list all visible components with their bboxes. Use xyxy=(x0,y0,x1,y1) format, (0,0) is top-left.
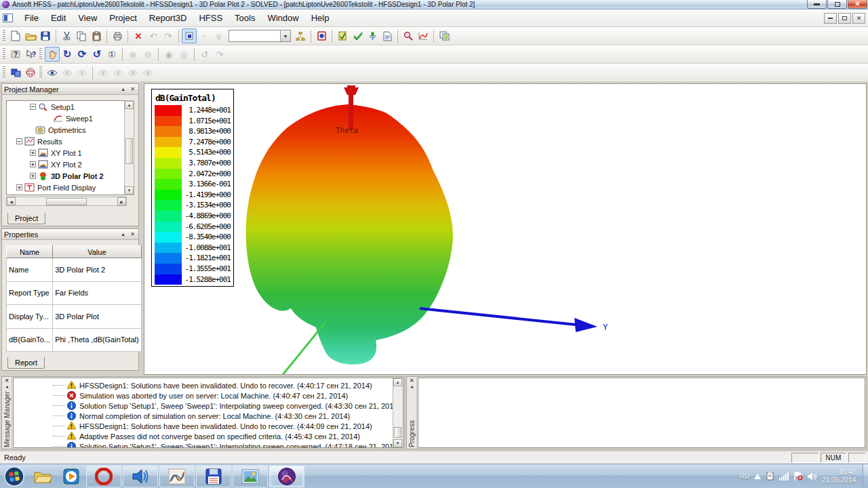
copy-button[interactable] xyxy=(74,28,89,43)
undo-button[interactable]: ↶ xyxy=(146,28,161,43)
show-desktop-button[interactable] xyxy=(863,464,868,488)
select-object-button[interactable] xyxy=(182,28,197,43)
property-row[interactable]: Name3D Polar Plot 2 xyxy=(7,258,142,282)
taskbar-paint-app[interactable] xyxy=(159,466,195,487)
solution-type-button[interactable] xyxy=(314,28,329,43)
panel-close-icon[interactable]: ✕ xyxy=(129,85,136,93)
tree-item-sweep1[interactable]: Sweep1 xyxy=(7,113,126,124)
show-active-button[interactable] xyxy=(125,65,140,80)
dynamic-zoom-button[interactable]: ① xyxy=(104,47,119,62)
taskbar-opera[interactable] xyxy=(86,466,121,487)
boolean-tool-button[interactable] xyxy=(8,65,23,80)
property-value[interactable]: Phi ,Theta ,dB(GainTotal) xyxy=(53,328,142,352)
taskbar-volume-app[interactable] xyxy=(123,466,158,487)
child-minimize-button[interactable] xyxy=(824,13,837,24)
property-row[interactable]: Report TypeFar Fields xyxy=(7,281,142,305)
column-header-value[interactable]: Value xyxy=(53,246,142,258)
tree-vertical-scrollbar[interactable]: ▲ ▼ xyxy=(124,100,134,195)
taskbar-media-player[interactable] xyxy=(58,466,85,487)
tree-expander-icon[interactable]: − xyxy=(16,138,22,144)
view-redo-button[interactable]: ↷ xyxy=(212,47,227,62)
redo-button[interactable]: ↷ xyxy=(161,28,176,43)
close-button[interactable]: ✕ xyxy=(848,0,867,9)
fit-all-button[interactable]: ◉ xyxy=(161,47,176,62)
rotate-axis-button[interactable]: ⟳ xyxy=(75,47,90,62)
project-tree[interactable]: −Setup1Sweep1Optimetrics−Results+XY Plot… xyxy=(6,100,127,195)
menu-item-file[interactable]: File xyxy=(18,11,45,25)
menu-item-edit[interactable]: Edit xyxy=(45,11,72,25)
property-row[interactable]: Display Ty...3D Polar Plot xyxy=(7,305,142,329)
tree-expander-icon[interactable]: + xyxy=(16,184,22,190)
context-help-button[interactable]: ? xyxy=(23,47,38,62)
toolbar-handle[interactable] xyxy=(3,48,5,60)
tree-item-xy-plot-1[interactable]: +XY Plot 1 xyxy=(7,147,126,159)
print-button[interactable] xyxy=(110,28,125,43)
minimize-button[interactable] xyxy=(807,0,827,9)
taskbar-start[interactable] xyxy=(1,466,28,487)
tree-horizontal-scrollbar[interactable]: ◀ ▶ xyxy=(6,197,127,206)
zoom-out-rect-button[interactable]: ⊖ xyxy=(140,47,155,62)
panel-close-icon[interactable]: ✕ xyxy=(410,378,414,384)
tree-expander-icon[interactable]: + xyxy=(30,150,36,156)
taskbar-hfss[interactable] xyxy=(269,466,304,487)
tree-item-partial[interactable] xyxy=(7,193,126,195)
save-button[interactable] xyxy=(38,28,53,43)
show-model-tree-button[interactable] xyxy=(293,28,308,43)
tree-item-setup1[interactable]: −Setup1 xyxy=(7,101,126,113)
tab-project[interactable]: Project xyxy=(7,213,45,224)
action-center-flag-icon[interactable] xyxy=(793,472,803,481)
solution-data-button[interactable] xyxy=(380,28,395,43)
hpc-options-button[interactable] xyxy=(365,28,380,43)
language-indicator[interactable]: RU xyxy=(739,472,749,480)
paste-button[interactable] xyxy=(89,28,104,43)
column-header-name[interactable]: Name xyxy=(7,246,53,258)
hide-active-button[interactable] xyxy=(140,65,155,80)
panel-collapse-icon[interactable]: ▴ xyxy=(119,85,127,93)
show-all-button[interactable] xyxy=(96,65,111,80)
network-signal-icon[interactable] xyxy=(779,472,789,481)
message-row[interactable]: HFSSDesign1: Solutions have been invalid… xyxy=(14,380,403,390)
child-window-icon[interactable] xyxy=(3,14,13,22)
tree-item-optimetrics[interactable]: Optimetrics xyxy=(7,124,126,136)
open-button[interactable] xyxy=(23,28,38,43)
taskbar-image-viewer[interactable] xyxy=(233,466,268,487)
new-button[interactable] xyxy=(8,28,23,43)
menu-item-view[interactable]: View xyxy=(72,11,103,25)
message-row[interactable]: Solution Setup 'Setup1', Sweep 'Sweep1':… xyxy=(14,441,403,448)
zoom-in-rect-button[interactable]: ⊕ xyxy=(125,47,140,62)
property-row[interactable]: dB(GainTo...Phi ,Theta ,dB(GainTotal) xyxy=(7,328,142,352)
select-multi-button[interactable]: ψ xyxy=(212,28,226,43)
rotate-model-button[interactable]: ↻ xyxy=(60,47,75,62)
child-restore-button[interactable] xyxy=(838,13,851,24)
menu-item-report3d[interactable]: Report3D xyxy=(143,11,193,25)
cut-button[interactable] xyxy=(59,28,74,43)
help-topics-button[interactable]: ? xyxy=(8,47,23,62)
panel-pin-icon[interactable]: ◂ xyxy=(5,384,8,390)
clock[interactable]: 16:48 21.09.2014 xyxy=(822,468,860,485)
message-row[interactable]: Simulation was aborted by user on server… xyxy=(14,390,403,401)
plot-area[interactable]: Theta Y dB(GainTotal) 1.2448e+0011.0715e… xyxy=(144,83,867,375)
sphere-tool-button[interactable] xyxy=(23,65,38,80)
property-value[interactable]: Far Fields xyxy=(53,281,142,305)
menu-item-help[interactable]: Help xyxy=(305,11,336,25)
tree-item-results[interactable]: −Results xyxy=(7,136,126,147)
show-visibility-button[interactable] xyxy=(45,65,60,80)
hide-selection-button[interactable] xyxy=(60,65,75,80)
tree-expander-icon[interactable]: + xyxy=(30,173,36,179)
fit-selection-button[interactable]: ◎ xyxy=(176,47,191,62)
toolbar-handle[interactable] xyxy=(3,30,5,42)
message-row[interactable]: Adaptive Passes did not converge based o… xyxy=(14,431,403,441)
panel-collapse-icon[interactable]: ▴ xyxy=(119,230,127,238)
property-value[interactable]: 3D Polar Plot xyxy=(53,305,142,329)
rotate-screen-button[interactable]: ↺ xyxy=(90,47,104,62)
toolbar-handle[interactable] xyxy=(39,48,42,60)
analyze-all-button[interactable] xyxy=(350,28,365,43)
tree-expander-icon[interactable]: + xyxy=(30,161,36,167)
menu-item-hfss[interactable]: HFSS xyxy=(193,11,229,25)
child-close-button[interactable]: ✕ xyxy=(852,13,865,24)
delete-button[interactable]: ✕ xyxy=(131,28,146,43)
copy-image-button[interactable] xyxy=(437,28,452,43)
taskbar-save-app[interactable] xyxy=(196,466,231,487)
menu-item-tools[interactable]: Tools xyxy=(229,11,261,25)
view-undo-button[interactable]: ↺ xyxy=(197,47,212,62)
